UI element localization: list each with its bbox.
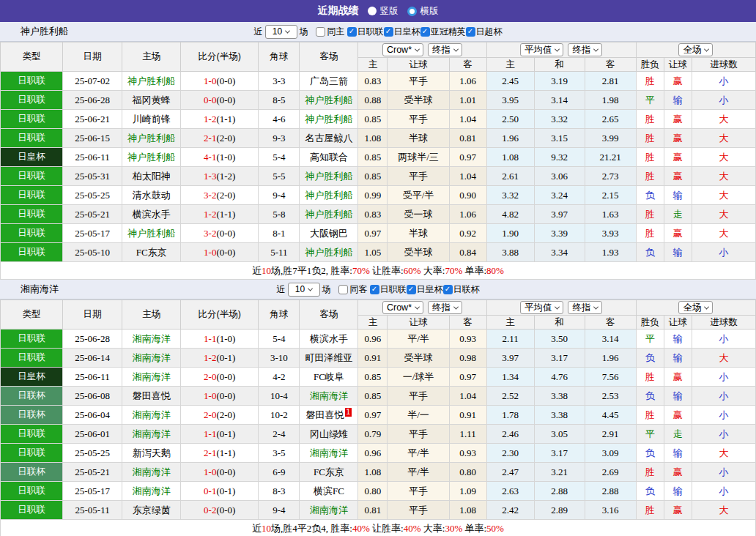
cell-odds-home: 0.83 xyxy=(358,205,388,224)
cell-score: 0-2(0-0) xyxy=(181,501,259,520)
recent-count-select[interactable]: 10 xyxy=(265,25,297,39)
table-row: 日职联25-05-25清水鼓动3-2(2-0)9-4神户胜利船0.99受平/半0… xyxy=(1,186,756,205)
cell-corners: 9-4 xyxy=(259,501,300,520)
cell-score: 1-0(0-0) xyxy=(181,463,259,482)
cell-result-handicap: 输 xyxy=(664,444,692,463)
league-checkbox[interactable]: ✓ xyxy=(347,27,357,37)
summary-stat-text: 单率: xyxy=(462,523,486,534)
cell-score: 1-2(1-1) xyxy=(181,205,259,224)
cell-date: 25-06-21 xyxy=(63,110,122,129)
cell-away-team: 湘南海洋 xyxy=(300,501,358,520)
avg-select[interactable]: 平均值 xyxy=(520,301,564,314)
cell-odds-away: 1.06 xyxy=(449,72,486,91)
cell-away-team: 湘南海洋 xyxy=(300,387,358,406)
crow-company-select[interactable]: Crow* xyxy=(382,301,423,314)
table-row: 日联杯25-06-08磐田喜悦1-0(0-0)10-4湘南海洋0.85平手1.0… xyxy=(1,387,756,406)
section-shonan: 湘南海洋 近 10 场 同客 ✓日职联✓日皇杯✓日联杯 xyxy=(0,280,756,536)
cell-home-team: 柏太阳神 xyxy=(122,167,181,186)
cell-odds-away: 1.06 xyxy=(449,205,486,224)
cell-handicap-line: 平手 xyxy=(388,425,449,444)
horizontal-radio[interactable]: 横版 xyxy=(407,5,439,18)
league-checkbox[interactable]: ✓ xyxy=(407,285,416,294)
crow-company-select[interactable]: Crow* xyxy=(382,43,423,56)
scope-value: 全场 xyxy=(683,44,701,56)
league-checkbox[interactable]: ✓ xyxy=(466,27,475,37)
half-time-score: (0-0) xyxy=(216,247,235,258)
col-away: 客场 xyxy=(300,300,358,330)
cell-date: 25-06-14 xyxy=(63,349,122,368)
cell-result-goals: 小 xyxy=(692,243,755,262)
table-row: 日皇杯25-06-11神户胜利船4-1(1-0)5-4高知联合0.85两球半/三… xyxy=(1,148,756,167)
league-filter: ✓日皇杯 xyxy=(384,26,420,38)
cell-odds-home: 0.96 xyxy=(358,330,388,349)
cell-result-goals: 小 xyxy=(692,463,755,482)
chevron-down-icon xyxy=(593,46,598,51)
cell-odds-away: 0.93 xyxy=(449,330,486,349)
league-checkbox-label: 亚冠精英 xyxy=(431,26,466,38)
half-time-score: (0-0) xyxy=(216,371,235,382)
cell-date: 25-05-21 xyxy=(63,463,122,482)
table-row: 日职联25-06-14湘南海洋1-2(0-1)3-10町田泽维亚0.91受半球0… xyxy=(1,349,756,368)
scope-select[interactable]: 全场 xyxy=(678,43,713,56)
cell-avg-home: 1.96 xyxy=(486,129,534,148)
cell-date: 25-06-01 xyxy=(63,425,122,444)
half-time-score: (0-1) xyxy=(216,352,235,363)
cell-type: 日职联 xyxy=(1,425,63,444)
cell-avg-draw: 3.17 xyxy=(534,444,585,463)
cell-score: 2-0(2-0) xyxy=(181,406,259,425)
crow-header: Crow* 终指 xyxy=(358,300,486,316)
away-team-name: FC岐阜 xyxy=(314,371,344,382)
cell-corners: 3-10 xyxy=(259,349,300,368)
same-side-checkbox[interactable] xyxy=(338,285,348,294)
cell-avg-away: 2.88 xyxy=(585,482,636,501)
cell-home-team: 神户胜利船 xyxy=(122,224,181,243)
avg-index-select[interactable]: 终指 xyxy=(568,43,602,56)
cell-avg-home: 3.97 xyxy=(486,349,534,368)
league-checkbox[interactable]: ✓ xyxy=(370,285,379,294)
cell-avg-away: 2.53 xyxy=(585,387,636,406)
full-time-score: 1-0 xyxy=(204,390,216,401)
cell-home-team: 神户胜利船 xyxy=(122,129,181,148)
recent-count-value: 10 xyxy=(273,26,282,37)
crow-index-select[interactable]: 终指 xyxy=(428,43,462,56)
league-checkbox[interactable]: ✓ xyxy=(443,285,453,294)
section-filterbar: 湘南海洋 近 10 场 同客 ✓日职联✓日皇杯✓日联杯 xyxy=(0,280,756,299)
table-row: 日职联25-05-21横滨水手1-2(1-1)5-8神户胜利船0.83受一球1.… xyxy=(1,205,756,224)
matches-label: 场 xyxy=(300,26,308,38)
cell-avg-draw: 3.32 xyxy=(534,110,585,129)
summary-text: 近10场,胜7平1负2, 胜率:70% 让胜率:60% 大率:70% 单率:80… xyxy=(252,265,504,276)
scope-select[interactable]: 全场 xyxy=(678,301,713,314)
table-row: 日职联25-06-28湘南海洋1-1(1-0)5-4横滨水手0.96平/半0.9… xyxy=(1,330,756,349)
same-side-checkbox[interactable] xyxy=(316,27,325,37)
cell-corners: 5-8 xyxy=(259,205,300,224)
avg-select[interactable]: 平均值 xyxy=(520,43,564,56)
avg-index-select[interactable]: 终指 xyxy=(568,301,602,314)
recent-count-select[interactable]: 10 xyxy=(288,283,320,297)
league-checkbox-label: 日职联 xyxy=(357,26,384,38)
cell-result-handicap: 赢 xyxy=(664,72,692,91)
table-row: 日联杯25-06-04湘南海洋2-0(2-0)10-2磐田喜悦10.97半/一0… xyxy=(1,406,756,425)
radio-dot-icon xyxy=(368,7,377,15)
vertical-radio[interactable]: 竖版 xyxy=(368,5,399,18)
cell-result-goals: 小 xyxy=(692,425,755,444)
crow-index-select[interactable]: 终指 xyxy=(428,301,462,314)
avg-index-value: 终指 xyxy=(572,302,590,314)
half-time-score: (0-0) xyxy=(216,94,235,105)
cell-handicap-line: 半球 xyxy=(388,224,449,243)
cell-result-handicap: 输 xyxy=(664,186,692,205)
subcol-avg-draw: 和 xyxy=(534,316,585,330)
page-title: 近期战绩 xyxy=(318,4,359,18)
cell-avg-away: 3.14 xyxy=(585,330,636,349)
cell-home-team: 磐田喜悦 xyxy=(122,387,181,406)
cell-corners: 2-4 xyxy=(259,425,300,444)
summary-stat-value: 10 xyxy=(262,265,271,276)
league-checkbox[interactable]: ✓ xyxy=(420,27,430,37)
cell-result-wdl: 负 xyxy=(636,243,664,262)
full-time-score: 1-2 xyxy=(204,209,216,220)
league-checkbox[interactable]: ✓ xyxy=(384,27,393,37)
cell-result-handicap: 赢 xyxy=(664,463,692,482)
cell-handicap-line: 受半球 xyxy=(388,91,449,110)
cell-avg-draw: 3.50 xyxy=(534,330,585,349)
cell-odds-away: 1.11 xyxy=(449,425,486,444)
cell-avg-away: 1.98 xyxy=(585,91,636,110)
